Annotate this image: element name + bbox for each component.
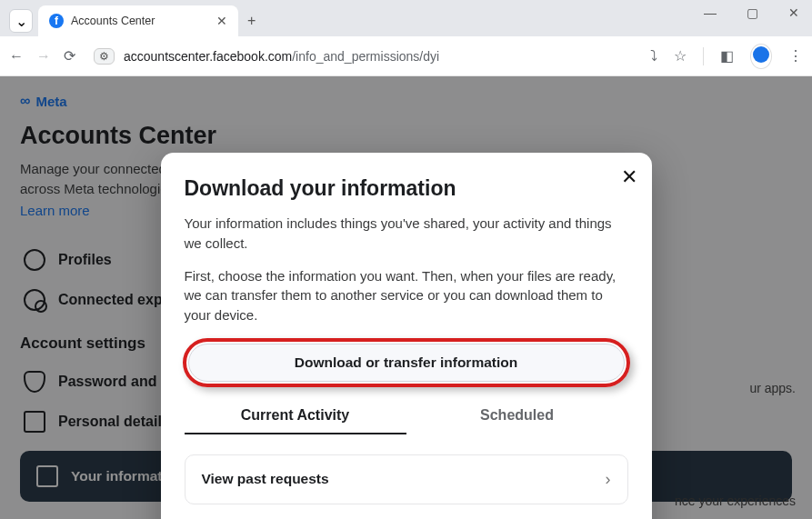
browser-toolbar: ← → ⟳ ⚙ accountscenter.facebook.com/info… <box>0 36 812 76</box>
cta-highlight: Download or transfer information <box>183 338 630 387</box>
install-app-icon[interactable]: ⤵ <box>650 48 657 65</box>
page-content: ∞ Meta Accounts Center Manage your conne… <box>0 76 812 519</box>
tab-scheduled[interactable]: Scheduled <box>406 398 628 434</box>
bookmark-icon[interactable]: ☆ <box>674 47 687 65</box>
menu-button[interactable]: ⋮ <box>788 47 803 65</box>
close-window-button[interactable]: ✕ <box>781 5 807 20</box>
tab-search-button[interactable]: ⌄ <box>9 9 33 33</box>
view-past-requests-row[interactable]: View past requests › <box>185 454 628 504</box>
modal-paragraph: Your information includes things you've … <box>185 214 628 254</box>
profile-button[interactable] <box>750 44 772 69</box>
separator <box>703 47 704 65</box>
back-button[interactable]: ← <box>9 48 24 65</box>
close-modal-button[interactable]: ✕ <box>621 165 637 189</box>
forward-button[interactable]: → <box>36 48 51 65</box>
avatar-icon <box>753 46 769 63</box>
chevron-down-icon: ⌄ <box>15 13 27 30</box>
browser-titlebar: ⌄ f Accounts Center ✕ + — ▢ ✕ <box>0 0 812 36</box>
maximize-button[interactable]: ▢ <box>739 5 765 20</box>
site-settings-icon[interactable]: ⚙ <box>94 48 115 65</box>
tab-current-activity[interactable]: Current Activity <box>185 398 406 434</box>
url-text: accountscenter.facebook.com/info_and_per… <box>124 49 439 64</box>
address-bar[interactable]: ⚙ accountscenter.facebook.com/info_and_p… <box>88 48 628 65</box>
download-info-modal: ✕ Download your information Your informa… <box>161 153 652 519</box>
facebook-favicon-icon: f <box>49 14 64 28</box>
download-or-transfer-button[interactable]: Download or transfer information <box>188 344 625 382</box>
side-panel-icon[interactable]: ◧ <box>720 47 734 65</box>
reload-button[interactable]: ⟳ <box>64 47 75 65</box>
modal-tabs: Current Activity Scheduled <box>185 398 628 434</box>
minimize-button[interactable]: — <box>697 5 723 20</box>
tab-title: Accounts Center <box>71 15 209 27</box>
modal-title: Download your information <box>185 176 628 201</box>
row-label: View past requests <box>202 471 329 487</box>
chevron-right-icon: › <box>606 470 611 489</box>
new-tab-button[interactable]: + <box>247 13 256 29</box>
close-tab-button[interactable]: ✕ <box>216 14 227 28</box>
browser-tab[interactable]: f Accounts Center ✕ <box>38 5 238 36</box>
window-controls: — ▢ ✕ <box>697 5 807 20</box>
modal-paragraph: First, choose the information you want. … <box>185 266 628 325</box>
